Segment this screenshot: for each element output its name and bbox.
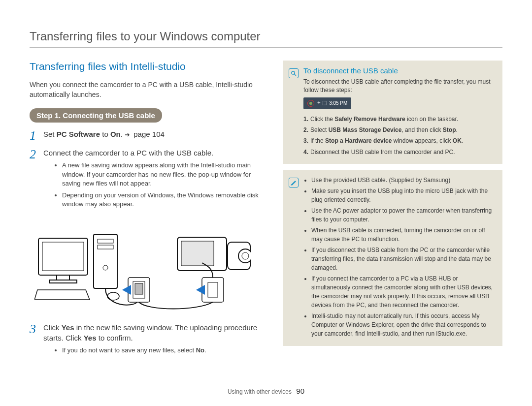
- step-heading-pill: Step 1. Connecting the USB cable: [30, 108, 162, 123]
- disconnect-title: To disconnect the USB cable: [303, 66, 497, 75]
- text: in the new file saving window. The uploa…: [43, 323, 257, 342]
- text: .: [121, 130, 125, 138]
- svg-rect-19: [208, 282, 218, 297]
- step-number: 3: [30, 323, 38, 358]
- step-2: 2 Connect the camcorder to a PC with the…: [30, 148, 265, 212]
- tray-time: 3:05 PM: [329, 100, 347, 105]
- svg-rect-11: [135, 283, 143, 294]
- svg-rect-6: [98, 245, 113, 249]
- svg-marker-20: [196, 285, 205, 295]
- svg-line-22: [295, 74, 297, 76]
- list-item: 2.Select USB Mass Storage Device, and th…: [303, 125, 497, 135]
- text-bold: Yes: [84, 334, 97, 342]
- notes-info-box: Use the provided USB cable. (Supplied by…: [283, 170, 502, 346]
- svg-point-17: [242, 252, 249, 259]
- connection-diagram: [34, 219, 265, 314]
- step-3: 3 Click Yes in the new file saving windo…: [30, 323, 265, 358]
- text: Set: [43, 130, 57, 138]
- note-icon: [289, 178, 299, 187]
- svg-rect-1: [42, 242, 84, 271]
- section-title: Transferring files with Intelli-studio: [30, 61, 265, 72]
- note-item: If you disconnect the USB cable from the…: [311, 246, 497, 272]
- step-1: 1 Set PC Software to On. page 104: [30, 129, 265, 142]
- svg-rect-14: [181, 241, 214, 266]
- svg-rect-3: [49, 280, 77, 283]
- list-item: 3.If the Stop a Hardware device window a…: [303, 136, 497, 146]
- svg-marker-12: [122, 285, 131, 295]
- note-item: Make sure you insert the USB plug into t…: [311, 187, 497, 204]
- text: Click: [43, 323, 62, 332]
- safely-remove-icon: [307, 100, 314, 107]
- page-ref: page 104: [133, 130, 165, 138]
- footer-chapter: Using with other devices: [228, 388, 292, 395]
- list-item: 1.Click the Safely Remove Hardware icon …: [303, 114, 497, 124]
- footer-page-number: 90: [296, 387, 304, 395]
- note-item: When the USB cable is connected, turning…: [311, 226, 497, 244]
- step-number: 1: [30, 129, 38, 142]
- text: to: [100, 130, 110, 138]
- intro-text: When you connect the camcorder to a PC w…: [30, 80, 265, 99]
- svg-rect-5: [98, 239, 113, 243]
- page-title: Transferring files to your Windows compu…: [30, 30, 502, 48]
- text: Connect the camcorder to a PC with the U…: [43, 149, 213, 157]
- bullet: A new file saving window appears along w…: [62, 161, 265, 188]
- disconnect-intro: To disconnect the USB cable after comple…: [303, 78, 497, 94]
- text-bold: Yes: [62, 323, 74, 332]
- svg-point-21: [292, 71, 295, 74]
- step-number: 2: [30, 148, 38, 212]
- note-item: Use the provided USB cable. (Supplied by…: [311, 176, 497, 185]
- text-bold: PC Software: [57, 130, 100, 138]
- page-ref-icon: [125, 132, 132, 137]
- text: to confirm.: [97, 334, 133, 342]
- list-item: 4.Disconnect the USB cable from the camc…: [303, 147, 497, 157]
- bullet: If you do not want to save any new files…: [62, 346, 265, 355]
- bullet: Depending on your version of Windows, th…: [62, 191, 265, 209]
- note-item: Use the AC power adaptor to power the ca…: [311, 206, 497, 224]
- disconnect-info-box: To disconnect the USB cable To disconnec…: [283, 61, 502, 164]
- text-bold: On: [110, 130, 121, 138]
- taskbar-tray-image: ✦ ⬚ 3:05 PM: [303, 97, 351, 109]
- svg-rect-2: [57, 275, 69, 280]
- note-item: If you connect the camcorder to a PC via…: [311, 274, 497, 310]
- note-item: Intelli-studio may not automatically run…: [311, 312, 497, 338]
- svg-point-7: [103, 265, 108, 270]
- magnify-icon: [289, 68, 299, 78]
- page-footer: Using with other devices 90: [0, 387, 532, 395]
